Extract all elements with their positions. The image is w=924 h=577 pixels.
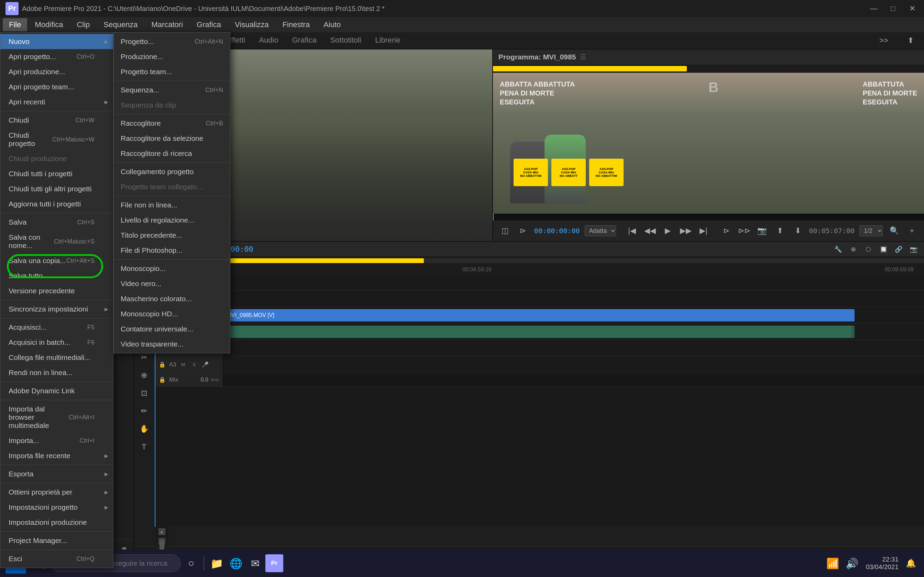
timeline-tool-2[interactable]: ⊕ <box>848 244 859 255</box>
menu-acquisisci[interactable]: Acquisisci... F5 <box>0 320 113 335</box>
sub-progetto-team[interactable]: Progetto team... <box>114 64 230 79</box>
program-scrubber-bar[interactable] <box>493 214 924 221</box>
play-btn[interactable]: ▶ <box>661 224 674 237</box>
taskbar-file-explorer[interactable]: 📁 <box>208 554 226 572</box>
menu-rendi-offline[interactable]: Rendi non in linea... <box>0 365 113 380</box>
taskbar-notification[interactable]: 🔔 <box>903 556 919 571</box>
sub-titolo-precedente[interactable]: Titolo precedente... <box>114 228 230 243</box>
menu-salva[interactable]: Salva Ctrl+S <box>0 214 113 230</box>
menu-visualizza[interactable]: Visualizza <box>229 18 275 31</box>
tab-more-btn[interactable]: >> <box>877 34 890 47</box>
program-quality-select[interactable]: 1/2 1/4 Full <box>859 225 883 236</box>
menu-file[interactable]: File <box>3 18 27 31</box>
sub-collegamento-progetto[interactable]: Collegamento progetto <box>114 164 230 179</box>
menu-marcatori[interactable]: Marcatori <box>145 18 189 31</box>
share-icon[interactable]: ⬆ <box>904 34 917 47</box>
photo-btn[interactable]: 📷 <box>756 224 769 237</box>
taskbar-cortana[interactable]: ○ <box>182 554 200 572</box>
taskbar-premiere-pro[interactable]: Pr <box>265 554 283 572</box>
menu-collega-file[interactable]: Collega file multimediali... <box>0 350 113 365</box>
menu-apri-recenti[interactable]: Apri recenti <box>0 95 113 110</box>
sub-progetto[interactable]: Progetto... Ctrl+Alt+N <box>114 34 230 49</box>
timeline-tool-link[interactable]: 🔗 <box>893 244 904 255</box>
menu-grafica[interactable]: Grafica <box>191 18 227 31</box>
menu-modifica[interactable]: Modifica <box>29 18 69 31</box>
step-back-btn[interactable]: |◀ <box>626 224 639 237</box>
audio-clip-a1[interactable] <box>224 326 855 338</box>
track-a3-lock[interactable]: 🔒 <box>158 361 166 369</box>
menu-importa-browser[interactable]: Importa dal browser multimediale Ctrl+Al… <box>0 401 113 433</box>
track-v3-content[interactable] <box>223 274 924 290</box>
menu-impostazioni-progetto[interactable]: Impostazioni progetto <box>0 500 113 515</box>
menu-versione-prec[interactable]: Versione precedente <box>0 283 113 298</box>
track-a3-solo[interactable]: S <box>190 361 198 369</box>
track-a3-mute[interactable]: M <box>179 361 187 369</box>
taskbar-clock[interactable]: 22:31 03/04/2021 <box>863 556 902 571</box>
taskbar-chrome[interactable]: 🌐 <box>227 554 245 572</box>
sub-mascherino-colorato[interactable]: Mascherino colorato... <box>114 291 230 306</box>
sub-file-non-in-linea[interactable]: File non in linea... <box>114 198 230 213</box>
zoom-btn[interactable]: 🔍 <box>888 224 901 237</box>
sub-raccoglitore-ricerca[interactable]: Raccoglitore di ricerca <box>114 146 230 161</box>
tool-pen[interactable]: ✏ <box>136 403 152 419</box>
tool-hand[interactable]: ✋ <box>136 421 152 437</box>
track-mix-content[interactable] <box>223 373 924 386</box>
timeline-tool-camera[interactable]: 📷 <box>908 244 919 255</box>
sub-monoscopio[interactable]: Monoscopio... <box>114 261 230 276</box>
tab-grafica[interactable]: Grafica <box>292 32 317 49</box>
close-button[interactable]: ✕ <box>906 2 919 15</box>
minimize-button[interactable]: — <box>867 2 880 15</box>
sub-file-photoshop[interactable]: File di Photoshop... <box>114 243 230 258</box>
menu-esporta[interactable]: Esporta <box>0 466 113 482</box>
timeline-tool-snap[interactable]: 🔲 <box>878 244 889 255</box>
menu-chiudi[interactable]: Chiudi Ctrl+W <box>0 113 113 128</box>
fast-forward-btn[interactable]: ▶▶ <box>679 224 692 237</box>
tool-slide[interactable]: ⊡ <box>136 385 152 401</box>
menu-esci[interactable]: Esci Ctrl+Q <box>0 551 113 566</box>
menu-ottieni-proprieta[interactable]: Ottieni proprietà per <box>0 485 113 500</box>
track-v2-content[interactable] <box>223 290 924 307</box>
sub-contatore-universale[interactable]: Contatore universale... <box>114 321 230 337</box>
add-out-point-btn[interactable]: ⊳ <box>516 224 529 237</box>
sub-monoscopio-hd[interactable]: Monoscopio HD... <box>114 306 230 321</box>
insert-btn[interactable]: ⊳ <box>720 224 733 237</box>
track-a3-mic[interactable]: 🎤 <box>201 361 209 369</box>
menu-nuovo[interactable]: Nuovo <box>0 34 113 49</box>
menu-importa[interactable]: Importa... Ctrl+I <box>0 433 113 448</box>
video-clip-mvi0985[interactable]: MVI_0985.MOV [V] <box>224 309 855 321</box>
menu-apri-progetto-team[interactable]: Apri progetto team... <box>0 79 113 95</box>
menu-aiuto[interactable]: Aiuto <box>317 18 347 31</box>
extract-btn[interactable]: ⬇ <box>791 224 804 237</box>
menu-impostazioni-produzione[interactable]: Impostazioni produzione <box>0 515 113 530</box>
step-forward-btn[interactable]: ▶| <box>697 224 710 237</box>
tab-audio[interactable]: Audio <box>259 32 278 49</box>
taskbar-volume[interactable]: 🔊 <box>843 554 861 572</box>
timeline-tool-1[interactable]: 🔧 <box>833 244 843 255</box>
track-a1-content[interactable] <box>223 324 924 340</box>
tab-librerie[interactable]: Librerie <box>375 32 400 49</box>
sub-video-trasparente[interactable]: Video trasparente... <box>114 337 230 352</box>
menu-aggiorna-progetti[interactable]: Aggiorna tutti i progetti <box>0 197 113 211</box>
menu-salva-copia[interactable]: Salva una copia... Ctrl+Alt+S <box>0 253 113 268</box>
menu-acquisisci-batch[interactable]: Acquisici in batch... F6 <box>0 335 113 350</box>
track-a3-content[interactable] <box>223 356 924 372</box>
menu-salva-tutto[interactable]: Salva tutto <box>0 268 113 283</box>
sub-raccoglitore[interactable]: Raccoglitore Ctrl+B <box>114 116 230 131</box>
program-scale-select[interactable]: Adatta 25% 50% 75% 100% <box>585 225 616 236</box>
program-timebar[interactable] <box>493 64 924 73</box>
lift-btn[interactable]: ⬆ <box>774 224 787 237</box>
track-mix-end[interactable]: ⊳⊳ <box>211 376 219 384</box>
menu-clip[interactable]: Clip <box>71 18 96 31</box>
sub-livello-regolazione[interactable]: Livello di regolazione... <box>114 213 230 228</box>
menu-chiudi-altri-progetti[interactable]: Chiudi tutti gli altri progetti <box>0 181 113 197</box>
tool-type[interactable]: T <box>136 439 152 455</box>
tab-sottotitoli[interactable]: Sottotitoli <box>330 32 362 49</box>
menu-apri-produzione[interactable]: Apri produzione... <box>0 64 113 79</box>
sub-video-nero[interactable]: Video nero... <box>114 276 230 291</box>
menu-finestra[interactable]: Finestra <box>276 18 316 31</box>
overwrite-btn[interactable]: ⊳⊳ <box>738 224 751 237</box>
sub-produzione[interactable]: Produzione... <box>114 49 230 64</box>
sub-raccoglitore-selezione[interactable]: Raccoglitore da selezione <box>114 131 230 146</box>
track-a2-content[interactable] <box>223 340 924 356</box>
maximize-button[interactable]: □ <box>887 2 899 15</box>
